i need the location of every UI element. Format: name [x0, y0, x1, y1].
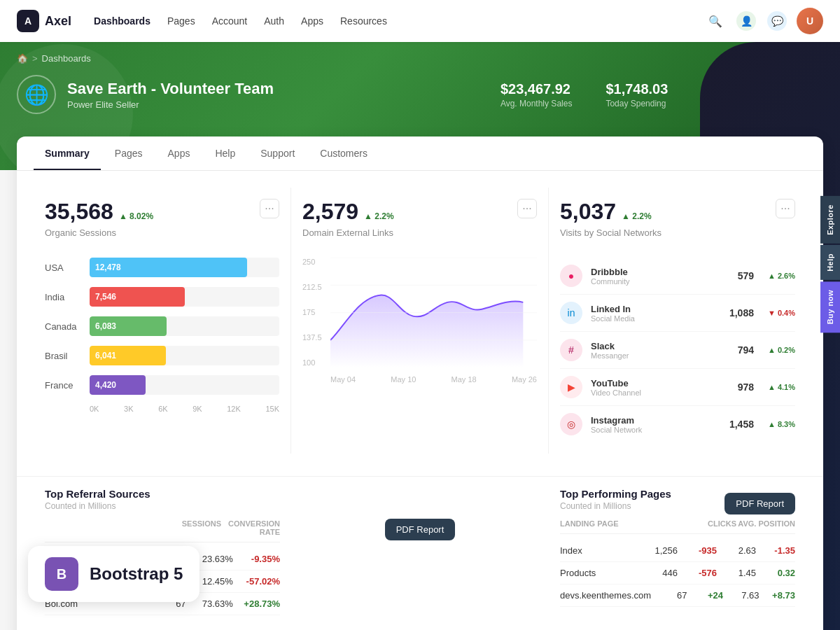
hero-info: Save Earth - Volunteer Team Power Elite …	[67, 80, 274, 110]
nav-dashboards[interactable]: Dashboards	[94, 13, 150, 29]
nav-apps[interactable]: Apps	[301, 13, 323, 29]
social-list: ● Dribbble Community 579 ▲ 2.6% in Linke…	[560, 258, 795, 442]
pdf-report-button[interactable]: PDF Report	[385, 519, 456, 540]
hero-logo: 🌐	[17, 75, 56, 114]
social-icon: ◎	[560, 413, 582, 435]
social-row: ▶ YouTube Video Channel 978 ▲ 4.1%	[560, 369, 795, 406]
page-row-1: Index 1,256 -935 2.63 -1.35	[560, 540, 795, 562]
social-visits-badge: ▲ 2.2%	[622, 211, 652, 221]
brand-name: Axel	[45, 14, 71, 29]
bar-axis: 0K3K6K9K12K15K	[45, 405, 279, 413]
social-info: Linked In Social Media	[591, 304, 721, 323]
bar-row: Canada 6,083	[45, 316, 279, 336]
social-row: ● Dribbble Community 579 ▲ 2.6%	[560, 258, 795, 295]
tab-help[interactable]: Help	[204, 136, 246, 170]
domain-links-label: Domain External Links	[302, 227, 394, 238]
line-chart-svg	[330, 258, 537, 368]
tab-apps[interactable]: Apps	[157, 136, 202, 170]
home-icon: 🏠	[17, 53, 28, 64]
nav-auth[interactable]: Auth	[264, 13, 284, 29]
pdf-section: PDF Report	[291, 477, 549, 626]
brand: A Axel	[17, 10, 71, 32]
brand-icon: A	[17, 10, 39, 32]
bar-row: India 7,546	[45, 287, 279, 307]
social-info: Dribbble Community	[591, 267, 729, 286]
breadcrumb-current: Dashboards	[42, 53, 91, 64]
notifications-button[interactable]: 👤	[735, 10, 757, 32]
buy-tab[interactable]: Buy now	[820, 281, 840, 332]
social-row: ◎ Instagram Social Network 1,458 ▲ 8.3%	[560, 406, 795, 442]
bootstrap-icon: B	[45, 557, 78, 591]
organic-sessions-badge: ▲ 8.02%	[119, 211, 153, 221]
organic-sessions-label: Organic Sessions	[45, 227, 153, 238]
top-pages-sub: Counted in Millions	[560, 501, 671, 511]
tabs: Summary Pages Apps Help Support Customer…	[17, 136, 823, 171]
hero-left: 🌐 Save Earth - Volunteer Team Power Elit…	[17, 75, 274, 114]
organic-sessions-value: 35,568	[45, 199, 113, 225]
user-avatar[interactable]: U	[797, 8, 823, 34]
social-info: Slack Messanger	[591, 341, 729, 360]
hero-subtitle: Power Elite Seller	[67, 99, 274, 110]
stat-today-spending: $1,748.03 Today Spending	[606, 81, 668, 108]
nav-links: Dashboards Pages Account Auth Apps Resou…	[94, 13, 704, 29]
social-icon: #	[560, 339, 582, 361]
page-row-3: devs.keenthemes.com 67 +24 7.63 +8.73	[560, 584, 795, 607]
line-chart-y-axis: 250212.5175137.5100	[302, 258, 328, 367]
organic-sessions-section: 35,568 ▲ 8.02% Organic Sessions ··· USA …	[34, 188, 291, 454]
tab-pages[interactable]: Pages	[104, 136, 154, 170]
nav-pages[interactable]: Pages	[167, 13, 195, 29]
bar-row: USA 12,478	[45, 258, 279, 277]
referral-title: Top Referral Sources	[45, 488, 150, 500]
bootstrap-text: Bootstrap 5	[90, 564, 183, 584]
organic-menu-button[interactable]: ···	[260, 199, 279, 218]
social-info: Instagram Social Network	[591, 415, 721, 434]
nav-account[interactable]: Account	[212, 13, 248, 29]
page-row-2: Products 446 -576 1.45 0.32	[560, 562, 795, 584]
hero-title: Save Earth - Volunteer Team	[67, 80, 274, 98]
search-button[interactable]: 🔍	[704, 10, 727, 32]
social-icon: in	[560, 302, 582, 324]
nav-right: 🔍 👤 💬 U	[704, 8, 823, 34]
social-row: # Slack Messanger 794 ▲ 0.2%	[560, 332, 795, 369]
top-pages-pdf-button[interactable]: PDF Report	[724, 493, 795, 514]
breadcrumb-sep: >	[32, 53, 38, 64]
social-visits-section: 5,037 ▲ 2.2% Visits by Social Networks ·…	[549, 188, 806, 454]
explore-tab[interactable]: Explore	[820, 196, 840, 244]
domain-links-section: 2,579 ▲ 2.2% Domain External Links ··· 2…	[291, 188, 549, 454]
right-sidebar: Explore Help Buy now	[820, 196, 840, 332]
social-menu-button[interactable]: ···	[776, 199, 795, 218]
line-chart-x-axis: May 04May 10May 18May 26	[330, 375, 537, 384]
top-pages-title: Top Performing Pages	[560, 488, 671, 500]
tab-customers[interactable]: Customers	[309, 136, 379, 170]
social-icon: ▶	[560, 376, 582, 398]
top-pages-section: Top Performing Pages Counted in Millions…	[549, 477, 806, 626]
messages-button[interactable]: 💬	[766, 10, 788, 32]
social-icon: ●	[560, 265, 582, 287]
nav-resources[interactable]: Resources	[340, 13, 387, 29]
domain-links-badge: ▲ 2.2%	[364, 211, 394, 221]
tab-summary[interactable]: Summary	[34, 136, 101, 170]
navbar: A Axel Dashboards Pages Account Auth App…	[0, 0, 840, 42]
bar-row: Brasil 6,041	[45, 346, 279, 365]
domain-links-value: 2,579	[302, 199, 358, 225]
social-info: YouTube Video Channel	[591, 378, 729, 397]
help-tab[interactable]: Help	[820, 245, 840, 280]
social-visits-value: 5,037	[560, 199, 616, 225]
bar-row: France 4,420	[45, 375, 279, 395]
social-row: in Linked In Social Media 1,088 ▼ 0.4%	[560, 295, 795, 332]
content-grid: 35,568 ▲ 8.02% Organic Sessions ··· USA …	[17, 171, 823, 470]
referral-header: SESSIONS CONVERSION RATE	[45, 519, 280, 542]
referral-sub: Counted in Millions	[45, 501, 150, 511]
stat-monthly-sales: $23,467.92 Avg. Monthly Sales	[500, 81, 573, 108]
breadcrumb: 🏠 > Dashboards	[17, 53, 823, 64]
bar-chart: USA 12,478 India 7,546 Canada	[45, 258, 279, 395]
top-pages-header: LANDING PAGE CLICKS AVG. POSITION	[560, 519, 795, 534]
bootstrap-badge: B Bootstrap 5	[28, 546, 200, 602]
line-chart: 250212.5175137.5100	[302, 258, 537, 384]
domain-menu-button[interactable]: ···	[517, 199, 537, 218]
social-visits-label: Visits by Social Networks	[560, 227, 662, 238]
tab-support[interactable]: Support	[249, 136, 306, 170]
